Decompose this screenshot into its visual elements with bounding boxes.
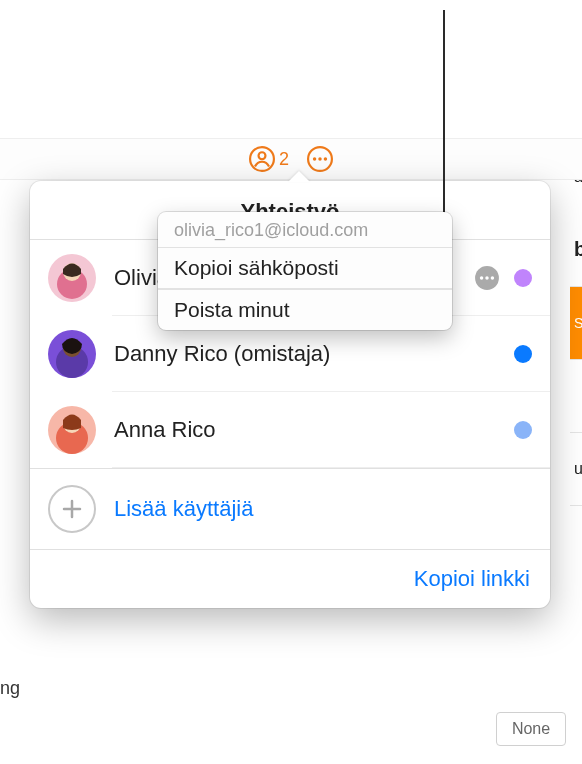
context-menu: olivia_rico1@icloud.com Kopioi sähköpost…	[158, 212, 452, 330]
context-menu-email: olivia_rico1@icloud.com	[158, 212, 452, 247]
svg-point-11	[485, 276, 488, 279]
bg-strip: u	[570, 432, 582, 505]
copy-link-button[interactable]: Kopioi linkki	[414, 566, 530, 592]
user-color-dot	[514, 345, 532, 363]
bg-strip	[570, 359, 582, 432]
plus-icon	[48, 485, 96, 533]
user-color-dot	[514, 421, 532, 439]
remove-me-item[interactable]: Poista minut	[158, 289, 452, 330]
popover-footer: Kopioi linkki	[30, 549, 550, 608]
svg-point-3	[313, 157, 316, 160]
collaborate-button[interactable]: 2	[249, 146, 289, 172]
row-more-icon[interactable]	[474, 265, 500, 291]
avatar	[48, 406, 96, 454]
collaborate-count: 2	[279, 149, 289, 170]
user-name: Danny Rico (omistaja)	[114, 341, 514, 367]
person-icon	[249, 146, 275, 172]
svg-point-1	[259, 152, 266, 159]
background-right-strip: ar b S u	[570, 140, 582, 740]
user-name: Anna Rico	[114, 417, 514, 443]
svg-point-10	[480, 276, 483, 279]
avatar	[48, 254, 96, 302]
user-color-dot	[514, 269, 532, 287]
none-dropdown[interactable]: None	[496, 712, 566, 746]
bg-strip: b	[570, 213, 582, 286]
bg-strip-selected: S	[570, 286, 582, 359]
svg-point-5	[324, 157, 327, 160]
svg-point-4	[318, 157, 321, 160]
svg-point-12	[491, 276, 494, 279]
avatar	[48, 330, 96, 378]
user-row[interactable]: Anna Rico	[30, 392, 550, 468]
add-users-label: Lisää käyttäjiä	[114, 496, 253, 522]
copy-email-item[interactable]: Kopioi sähköposti	[158, 247, 452, 288]
add-users-row[interactable]: Lisää käyttäjiä	[30, 469, 550, 549]
more-button[interactable]	[307, 146, 333, 172]
bg-strip	[570, 505, 582, 578]
edge-text: ng	[0, 678, 20, 699]
